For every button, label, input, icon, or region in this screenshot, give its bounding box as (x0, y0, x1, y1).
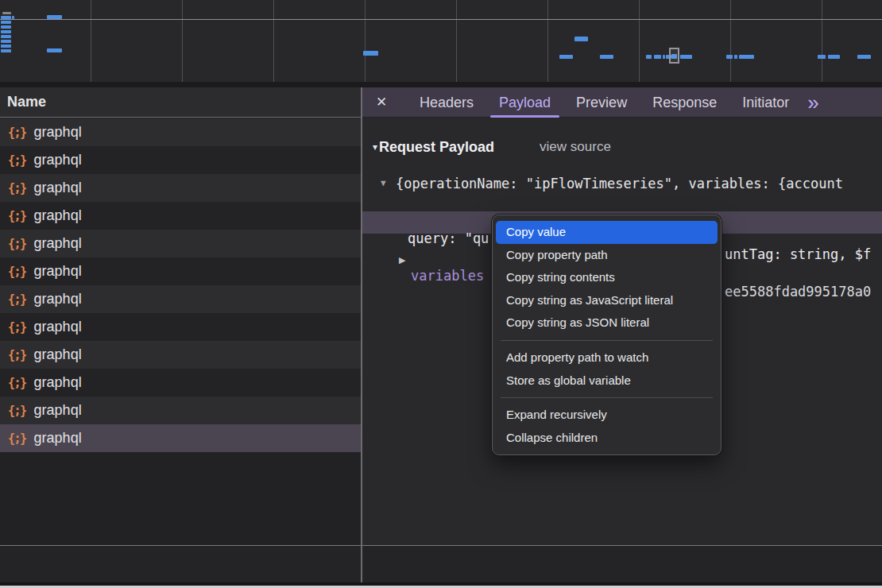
request-row[interactable]: {;}graphql (0, 146, 361, 174)
expand-closed-triangle-icon[interactable]: ▶ (399, 250, 405, 270)
overview-request-bar (1, 49, 11, 52)
tab-preview[interactable]: Preview (566, 87, 637, 118)
overview-request-bar (680, 55, 692, 59)
overview-selected-marker (669, 48, 679, 64)
overview-request-bar (1, 30, 11, 33)
overview-request-bar (646, 55, 652, 59)
overview-request-bar (47, 48, 62, 52)
request-name: graphql (34, 180, 82, 196)
json-icon: {;} (8, 126, 26, 140)
overview-request-bar (739, 55, 754, 59)
tab-list: HeadersPayloadPreviewResponseInitiator (404, 87, 799, 118)
request-name: graphql (34, 124, 82, 141)
json-icon: {;} (8, 320, 26, 335)
request-name: graphql (34, 152, 82, 168)
json-icon: {;} (8, 292, 26, 307)
menu-item-add-property-path-to-watch[interactable]: Add property path to watch (496, 346, 718, 369)
overview-request-bar (828, 55, 840, 59)
view-source-link[interactable]: view source (540, 139, 611, 155)
overview-request-bar (12, 16, 14, 19)
overview-gridline (365, 0, 366, 82)
overview-request-bar (663, 55, 665, 59)
menu-item-copy-property-path[interactable]: Copy property path (496, 244, 718, 267)
overview-gridline (730, 0, 731, 82)
overview-request-bar (47, 15, 62, 19)
overview-request-bar (1, 44, 11, 48)
overview-request-bar (1, 16, 11, 19)
overview-request-bar (1, 21, 11, 24)
menu-item-copy-string-as-javascript-literal[interactable]: Copy string as JavaScript literal (496, 289, 718, 312)
details-tabbar: ✕ HeadersPayloadPreviewResponseInitiator… (362, 87, 882, 118)
expand-open-triangle-icon[interactable]: ▼ (381, 175, 396, 192)
overview-gridline (273, 0, 274, 82)
overview-gridline (822, 0, 822, 82)
request-name: graphql (34, 346, 82, 363)
tab-initiator[interactable]: Initiator (732, 87, 799, 118)
overview-gridline (639, 0, 640, 82)
property-key: variables (411, 265, 484, 286)
footer-divider (0, 545, 882, 546)
overview-lane-divider (0, 19, 882, 20)
overview-request-bar (574, 37, 588, 41)
request-name: graphql (34, 430, 82, 447)
window-bottom-edge (0, 582, 882, 586)
request-row[interactable]: {;}graphql (0, 174, 361, 202)
request-row[interactable]: {;}graphql (0, 313, 361, 341)
overview-request-bar (726, 55, 733, 59)
request-row[interactable]: {;}graphql (0, 118, 361, 146)
json-icon: {;} (8, 265, 26, 279)
panel-split-divider[interactable] (361, 87, 362, 582)
overview-gridline (456, 0, 457, 82)
overview-gridline (547, 0, 548, 82)
name-column-label: Name (7, 94, 46, 110)
menu-item-copy-string-as-json-literal[interactable]: Copy string as JSON literal (496, 311, 718, 335)
overview-request-bar (363, 51, 378, 56)
json-icon: {;} (8, 237, 26, 251)
request-row[interactable]: {;}graphql (0, 230, 361, 257)
request-name: graphql (34, 374, 82, 391)
overview-gridline (91, 0, 91, 82)
json-icon: {;} (8, 404, 26, 418)
overview-request-bar (600, 55, 613, 59)
menu-item-store-as-global-variable[interactable]: Store as global variable (496, 369, 718, 393)
request-name: graphql (34, 207, 82, 224)
overview-request-bar (1, 35, 11, 38)
close-details-button[interactable]: ✕ (376, 94, 395, 110)
menu-item-collapse-children[interactable]: Collapse children (496, 427, 718, 450)
request-name: graphql (34, 402, 82, 419)
network-overview[interactable] (0, 0, 882, 82)
menu-separator (501, 340, 713, 341)
request-row[interactable]: {;}graphql (0, 341, 361, 369)
request-name: graphql (34, 263, 82, 280)
tab-headers[interactable]: Headers (409, 87, 484, 118)
overview-gridline (182, 0, 183, 82)
payload-root-preview: {operationName: "ipFlowTimeseries", vari… (396, 175, 843, 192)
request-row[interactable]: {;}graphql (0, 202, 361, 230)
payload-root-row[interactable]: ▼ {operationName: "ipFlowTimeseries", va… (381, 175, 882, 192)
more-tabs-button[interactable]: » (807, 89, 818, 116)
request-row[interactable]: {;}graphql (0, 424, 361, 452)
overview-request-bar (1, 25, 11, 29)
request-row[interactable]: {;}graphql (0, 397, 361, 424)
summary-footer (0, 546, 882, 582)
request-row[interactable]: {;}graphql (0, 257, 361, 285)
operation-name-row[interactable]: operationName: "ipFlowTimeseries" (408, 192, 725, 211)
overview-request-bar (2, 12, 11, 14)
variables-preview-end: ee5588fdad995178a0 (725, 281, 871, 302)
json-icon: {;} (8, 181, 26, 195)
tab-payload[interactable]: Payload (489, 87, 561, 118)
json-icon: {;} (8, 153, 26, 168)
overview-request-bar (734, 55, 737, 59)
section-collapse-triangle-icon[interactable]: ▾ (373, 141, 377, 153)
overview-request-bar (818, 55, 826, 59)
menu-item-copy-value[interactable]: Copy value (496, 221, 718, 244)
name-column-header[interactable]: Name (0, 87, 361, 118)
request-name: graphql (34, 235, 82, 252)
tab-response[interactable]: Response (642, 87, 727, 118)
menu-item-expand-recursively[interactable]: Expand recursively (496, 404, 718, 427)
request-name: graphql (34, 319, 82, 335)
menu-separator (501, 397, 713, 398)
menu-item-copy-string-contents[interactable]: Copy string contents (496, 266, 718, 289)
request-row[interactable]: {;}graphql (0, 369, 361, 397)
request-row[interactable]: {;}graphql (0, 285, 361, 313)
